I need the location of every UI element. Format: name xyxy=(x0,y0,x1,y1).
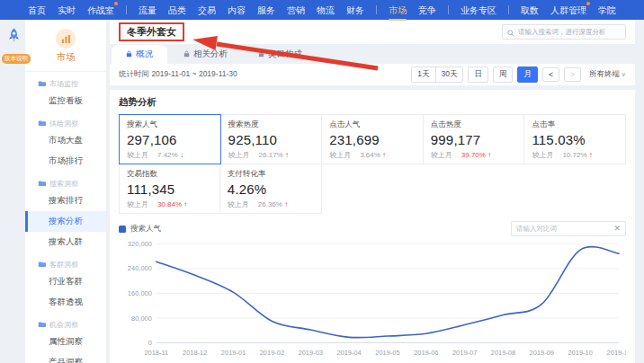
sidebar-group-机会洞察: 机会洞察 xyxy=(25,313,106,332)
sidebar-item-产品洞察[interactable]: 产品洞察 xyxy=(25,352,106,363)
folder-icon xyxy=(38,321,46,330)
terminal-label: 所有终端 xyxy=(589,69,620,78)
metric-footer: 较上月30.84% ↑ xyxy=(127,199,212,209)
nav-item-财务[interactable]: 财务 xyxy=(346,1,364,20)
nav-item-营销[interactable]: 营销 xyxy=(287,1,305,20)
tab-类目构成[interactable]: 类目构成 xyxy=(244,45,317,64)
metric-name: 点击热度 xyxy=(431,120,517,130)
sidebar-item-客群透视[interactable]: 客群透视 xyxy=(25,292,106,313)
nav-item-品类[interactable]: 品类 xyxy=(168,1,186,20)
sidebar-item-监控看板[interactable]: 监控看板 xyxy=(25,91,106,111)
arrow-up-icon: ↑ xyxy=(285,151,289,159)
nav-item-竞争[interactable]: 竞争 xyxy=(418,1,436,20)
arrow-up-icon: ↑ xyxy=(382,151,386,159)
sidebar-group-供给洞察: 供给洞察 xyxy=(25,111,106,130)
nav-item-内容[interactable]: 内容 xyxy=(228,1,246,20)
metric-card-支付转化率[interactable]: 支付转化率4.26%较上月26.36% ↑ xyxy=(220,164,322,214)
nav-item-取数[interactable]: 取数 xyxy=(521,1,539,20)
svg-text:2019-11: 2019-11 xyxy=(607,349,626,357)
metric-card-点击热度[interactable]: 点击热度999,177较上月39.70% ↑ xyxy=(424,114,525,164)
range-button-30天[interactable]: 30天 xyxy=(435,67,463,82)
metric-value: 4.26% xyxy=(228,182,314,197)
notification-badge xyxy=(114,2,118,5)
granularity-button-日[interactable]: 日 xyxy=(468,66,488,83)
metric-name: 支付转化率 xyxy=(228,169,314,180)
chevron-down-icon: ∨ xyxy=(620,71,626,77)
svg-text:2019-04: 2019-04 xyxy=(336,349,361,357)
line-chart[interactable]: 080,000160,000240,000320,0002018-112018-… xyxy=(119,238,626,359)
sidebar-header: 市场 xyxy=(25,20,106,72)
chart-legend[interactable]: 搜索人气 xyxy=(119,224,161,235)
compare-keyword-box[interactable]: ✕ xyxy=(511,221,626,236)
granularity-button-月[interactable]: 月 xyxy=(517,66,538,83)
prev-period-button[interactable]: < xyxy=(542,67,559,82)
change-wrap: 3.64% ↑ xyxy=(360,151,386,159)
rocket-icon[interactable] xyxy=(5,31,22,47)
nav-item-首页[interactable]: 首页 xyxy=(28,1,46,20)
top-navigation: 首页实时作战室流量品类交易内容服务营销物流财务市场竞争业务专区取数人群管理学院 xyxy=(0,0,644,20)
trend-chart-section: 搜索人气 ✕ 080,000160,000240,000320,0002018-… xyxy=(119,221,626,359)
nav-item-流量[interactable]: 流量 xyxy=(139,1,157,20)
nav-item-实时[interactable]: 实时 xyxy=(58,1,76,20)
sidebar-group-市场监控: 市场监控 xyxy=(25,72,106,91)
change-value: 26.17% xyxy=(259,151,285,159)
notification-badge xyxy=(586,2,590,5)
metric-card-点击人气[interactable]: 点击人气231,699较上月3.64% ↑ xyxy=(322,114,424,164)
keyword-search-box[interactable] xyxy=(502,24,626,40)
svg-text:2019-02: 2019-02 xyxy=(260,349,284,357)
left-gutter: 版本说明 xyxy=(0,20,25,363)
change-wrap: 39.70% ↑ xyxy=(461,151,491,159)
nav-item-作战室[interactable]: 作战室 xyxy=(87,1,114,20)
metric-footer: 较上月10.72% ↑ xyxy=(532,150,618,160)
svg-text:0: 0 xyxy=(148,339,152,347)
day-range-group: 1天30天 xyxy=(411,66,463,83)
sidebar-item-市场大盘[interactable]: 市场大盘 xyxy=(25,130,106,151)
nav-item-人群管理[interactable]: 人群管理 xyxy=(550,1,586,20)
tab-概况[interactable]: 概况 xyxy=(112,45,167,64)
metric-card-搜索人气[interactable]: 搜索人气297,106较上月7.42% ↓ xyxy=(119,114,221,164)
svg-text:2019-10: 2019-10 xyxy=(568,349,592,357)
metric-footer: 较上月26.17% ↑ xyxy=(228,150,315,160)
metric-card-交易指数[interactable]: 交易指数111,345较上月30.84% ↑ xyxy=(119,164,220,214)
granularity-button-周[interactable]: 周 xyxy=(493,66,514,83)
sidebar-item-搜索排行[interactable]: 搜索排行 xyxy=(25,190,106,211)
nav-item-市场[interactable]: 市场 xyxy=(389,1,407,20)
nav-item-服务[interactable]: 服务 xyxy=(257,1,275,20)
lock-icon xyxy=(126,49,132,59)
tab-label: 相关分析 xyxy=(193,49,228,60)
range-button-1天[interactable]: 1天 xyxy=(412,67,434,82)
svg-text:2019-09: 2019-09 xyxy=(530,349,554,357)
change-value: 3.64% xyxy=(360,151,382,159)
next-period-button[interactable]: > xyxy=(564,67,581,82)
svg-text:2019-05: 2019-05 xyxy=(375,349,399,357)
sidebar: 市场 市场监控监控看板供给洞察市场大盘市场排行搜索洞察搜索排行搜索分析搜索人群客… xyxy=(25,20,106,363)
nav-item-学院[interactable]: 学院 xyxy=(598,1,616,20)
lock-icon xyxy=(183,49,190,59)
nav-item-业务专区[interactable]: 业务专区 xyxy=(461,1,496,20)
metric-card-搜索热度[interactable]: 搜索热度925,110较上月26.17% ↑ xyxy=(221,114,323,164)
compare-label: 较上月 xyxy=(532,150,553,160)
search-input[interactable] xyxy=(518,28,621,36)
sidebar-item-属性洞察[interactable]: 属性洞察 xyxy=(25,332,106,352)
sidebar-item-行业客群[interactable]: 行业客群 xyxy=(25,271,106,292)
sidebar-item-搜索人群[interactable]: 搜索人群 xyxy=(25,232,106,252)
market-module-icon xyxy=(56,29,76,49)
sidebar-item-市场排行[interactable]: 市场排行 xyxy=(25,151,106,172)
metric-card-点击率[interactable]: 点击率115.03%较上月10.72% ↑ xyxy=(524,114,626,164)
arrow-down-icon: ↓ xyxy=(180,151,183,159)
metric-value: 999,177 xyxy=(431,132,517,147)
nav-item-物流[interactable]: 物流 xyxy=(317,1,335,20)
sidebar-group-label: 市场监控 xyxy=(49,79,78,89)
terminal-dropdown[interactable]: 所有终端 ∨ xyxy=(589,69,626,80)
nav-item-交易[interactable]: 交易 xyxy=(198,1,216,20)
version-tag[interactable]: 版本说明 xyxy=(2,54,31,64)
sidebar-item-搜索分析[interactable]: 搜索分析 xyxy=(25,211,106,232)
svg-text:2019-03: 2019-03 xyxy=(299,349,323,357)
arrow-up-icon: ↑ xyxy=(284,200,288,208)
nav-divider-icon xyxy=(126,5,127,14)
close-icon[interactable]: ✕ xyxy=(613,225,621,233)
compare-keyword-input[interactable] xyxy=(516,225,610,233)
change-value: 26.36% xyxy=(258,200,284,208)
metric-footer: 较上月3.64% ↑ xyxy=(329,150,416,160)
tab-相关分析[interactable]: 相关分析 xyxy=(169,45,242,64)
